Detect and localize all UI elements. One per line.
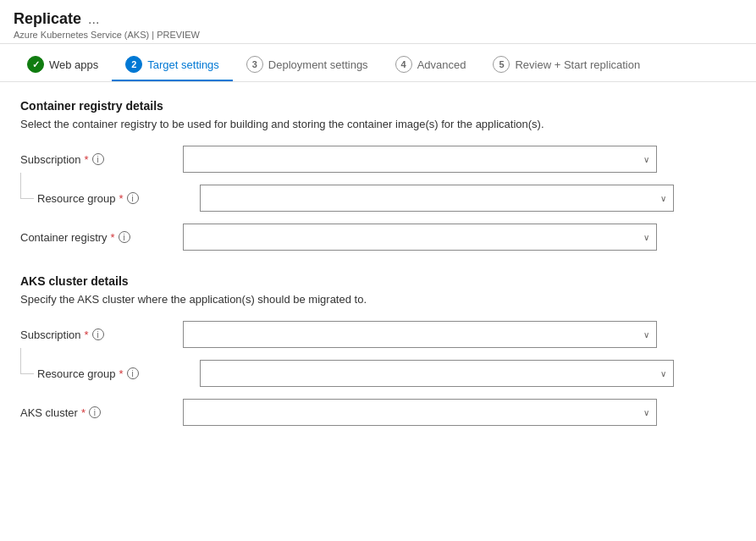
subscription-aks-label: Subscription * i	[20, 328, 173, 341]
subscription-cr-info-icon[interactable]: i	[92, 153, 104, 165]
container-registry-label: Container registry * i	[20, 231, 173, 244]
tab-label-review-start: Review + Start replication	[515, 58, 640, 71]
subscription-aks-label-text: Subscription	[20, 328, 81, 341]
aks-cluster-label: AKS cluster * i	[20, 406, 173, 419]
aks-cluster-label-text: AKS cluster	[20, 406, 78, 419]
resource-group-aks-info-icon[interactable]: i	[127, 367, 139, 379]
subtitle-aks: Azure Kubernetes Service (AKS)	[14, 30, 149, 40]
container-registry-control: ∨	[183, 224, 736, 251]
resource-group-cr-dropdown[interactable]: ∨	[200, 185, 674, 212]
tab-label-deployment-settings: Deployment settings	[268, 58, 368, 71]
tab-label-target-settings: Target settings	[147, 58, 219, 71]
subscription-cr-dropdown[interactable]: ∨	[183, 146, 657, 173]
aks-cluster-row: AKS cluster * i ∨	[20, 399, 736, 426]
subscription-aks-group: Subscription * i ∨ Resource group * i	[20, 321, 736, 387]
subscription-cr-chevron-icon: ∨	[643, 155, 649, 164]
resource-group-cr-row: Resource group * i ∨	[20, 185, 736, 212]
aks-cluster-chevron-icon: ∨	[643, 408, 649, 417]
subscription-aks-row: Subscription * i ∨	[20, 321, 736, 348]
subscription-cr-row: Subscription * i ∨	[20, 146, 736, 173]
aks-section-desc-text: Specify the AKS cluster where the applic…	[20, 293, 367, 306]
tab-circle-review-start: 5	[493, 56, 510, 73]
tab-label-web-apps: Web apps	[49, 58, 98, 71]
aks-cluster-info-icon[interactable]: i	[89, 406, 101, 418]
resource-group-aks-row: Resource group * i ∨	[20, 360, 736, 387]
tab-circle-target-settings: 2	[125, 56, 142, 73]
app-name: Replicate	[14, 10, 81, 28]
subscription-cr-group: Subscription * i ∨ Resource group * i	[20, 146, 736, 212]
resource-group-aks-label-text: Resource group	[37, 367, 116, 380]
resource-group-cr-chevron-icon: ∨	[660, 194, 666, 203]
aks-cluster-required: *	[81, 406, 86, 419]
resource-group-cr-info-icon[interactable]: i	[127, 192, 139, 204]
container-registry-label-text: Container registry	[20, 231, 108, 244]
resource-group-cr-label: Resource group * i	[37, 192, 190, 205]
subscription-cr-required: *	[85, 153, 89, 166]
resource-group-aks-required: *	[119, 367, 124, 380]
aks-section-desc: Specify the AKS cluster where the applic…	[20, 293, 736, 306]
app-header: Replicate ... Azure Kubernetes Service (…	[0, 0, 756, 44]
tab-deployment-settings[interactable]: 3 Deployment settings	[233, 47, 382, 81]
subscription-cr-control: ∨	[183, 146, 736, 173]
container-registry-desc: Select the container registry to be used…	[20, 118, 736, 130]
container-registry-chevron-icon: ∨	[643, 233, 649, 242]
resource-group-aks-chevron-icon: ∨	[660, 369, 666, 378]
aks-cluster-control: ∨	[183, 399, 736, 426]
more-options-icon[interactable]: ...	[88, 12, 99, 27]
container-registry-section-title: Container registry details	[20, 99, 736, 113]
aks-section-title: AKS cluster details	[20, 274, 736, 288]
app-subtitle: Azure Kubernetes Service (AKS) | PREVIEW	[14, 30, 742, 40]
main-content: Container registry details Select the co…	[0, 82, 756, 466]
subscription-aks-info-icon[interactable]: i	[92, 328, 104, 340]
container-registry-desc-text: Select the container registry to be used…	[20, 118, 544, 130]
subscription-cr-label-text: Subscription	[20, 153, 81, 166]
resource-group-aks-dropdown[interactable]: ∨	[200, 360, 674, 387]
tab-advanced[interactable]: 4 Advanced	[382, 47, 480, 81]
app-title-row: Replicate ...	[14, 10, 742, 28]
resource-group-cr-control: ∨	[200, 185, 736, 212]
tab-circle-deployment-settings: 3	[246, 56, 263, 73]
tab-circle-web-apps: ✓	[27, 56, 44, 73]
tab-label-advanced: Advanced	[417, 58, 466, 71]
container-registry-section: Container registry details Select the co…	[20, 99, 736, 251]
aks-cluster-section: AKS cluster details Specify the AKS clus…	[20, 274, 736, 426]
tab-review-start[interactable]: 5 Review + Start replication	[479, 47, 654, 81]
tab-circle-advanced: 4	[395, 56, 412, 73]
container-registry-dropdown[interactable]: ∨	[183, 224, 657, 251]
subscription-aks-chevron-icon: ∨	[643, 330, 649, 340]
container-registry-required: *	[111, 231, 115, 244]
resource-group-cr-label-text: Resource group	[37, 192, 116, 205]
resource-group-cr-required: *	[119, 192, 124, 205]
resource-group-aks-control: ∨	[200, 360, 736, 387]
container-registry-row: Container registry * i ∨	[20, 224, 736, 251]
subscription-cr-label: Subscription * i	[20, 153, 173, 166]
subscription-aks-required: *	[85, 328, 89, 341]
container-registry-info-icon[interactable]: i	[119, 231, 130, 243]
resource-group-aks-label: Resource group * i	[37, 367, 190, 380]
subscription-aks-dropdown[interactable]: ∨	[183, 321, 657, 348]
subtitle-preview: | PREVIEW	[152, 30, 200, 40]
tab-target-settings[interactable]: 2 Target settings	[112, 47, 233, 81]
tab-web-apps[interactable]: ✓ Web apps	[14, 47, 112, 81]
tab-bar: ✓ Web apps 2 Target settings 3 Deploymen…	[0, 47, 756, 82]
aks-cluster-dropdown[interactable]: ∨	[183, 399, 657, 426]
subscription-aks-control: ∨	[183, 321, 736, 348]
